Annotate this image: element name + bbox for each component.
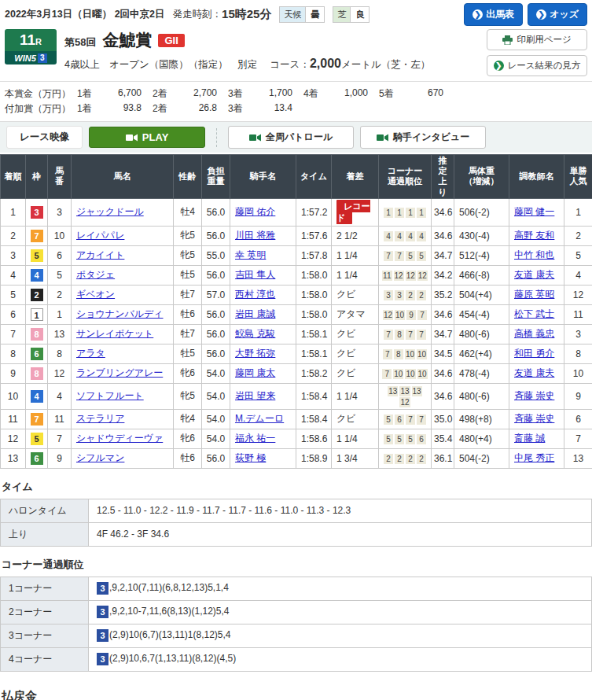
corner-position-chip: 12 <box>417 271 428 281</box>
jockey-link[interactable]: 岩田 望来 <box>235 390 275 401</box>
horse-name-link[interactable]: レイパパレ <box>76 230 124 241</box>
corner-order-text: (2,9)10,6,7(1,13,11)(8,12)(4,5) <box>109 653 236 664</box>
sex-age: 牝5 <box>174 383 202 409</box>
horse-name-link[interactable]: ランブリングアレー <box>76 367 163 378</box>
jockey-cell: M.デムーロ <box>230 409 296 429</box>
jockey-link[interactable]: 川田 将雅 <box>235 230 275 241</box>
time-table: ハロンタイム12.5 - 11.0 - 12.2 - 11.9 - 11.7 -… <box>0 499 592 547</box>
win-popularity: 12 <box>564 285 592 304</box>
horse-name-link[interactable]: ジャックドール <box>76 206 144 217</box>
horse-name-link[interactable]: ギベオン <box>76 289 115 300</box>
entry-table-button[interactable]: ❯出馬表 <box>464 3 523 26</box>
horse-name-link[interactable]: シャドウディーヴァ <box>76 433 163 444</box>
corner-positions-cell: 2222 <box>379 448 432 468</box>
corner-position-chip: 12 <box>399 397 410 407</box>
frame-number-badge: 5 <box>31 249 43 262</box>
result-guide-button[interactable]: ❯ レース結果の見方 <box>487 55 587 76</box>
play-button[interactable]: PLAY <box>89 127 205 148</box>
horse-name-link[interactable]: アカイイト <box>76 249 124 260</box>
patrol-video-button[interactable]: 全周パトロール <box>228 126 354 149</box>
corner-positions-cell: 121097 <box>379 304 432 324</box>
jockey-link[interactable]: 大野 拓弥 <box>235 348 275 359</box>
frame-cell: 5 <box>26 245 48 265</box>
frame-number-badge: 3 <box>31 206 43 219</box>
trainer-link[interactable]: 藤岡 健一 <box>514 206 554 217</box>
jockey-link[interactable]: 藤岡 康太 <box>235 367 275 378</box>
horse-name-link[interactable]: シフルマン <box>76 452 124 463</box>
jockey-cell: 福永 祐一 <box>230 429 296 448</box>
frame-cell: 6 <box>26 344 48 363</box>
trainer-cell: 友道 康夫 <box>509 363 564 383</box>
print-page-button[interactable]: 印刷用ページ <box>487 29 587 50</box>
corner-position-chip: 12 <box>383 310 393 320</box>
body-weight: 480(-6) <box>454 324 509 344</box>
time-row-label: ハロンタイム <box>1 499 89 522</box>
jockey-link[interactable]: 幸 英明 <box>235 249 266 260</box>
jockey-link[interactable]: 福永 祐一 <box>235 433 275 444</box>
corner-position-chip: 7 <box>384 330 393 340</box>
horse-name-cell: サンレイポケット <box>72 324 174 344</box>
top-actions: ❯出馬表 ❯オッズ <box>464 3 587 26</box>
trainer-link[interactable]: 斎藤 誠 <box>514 433 545 444</box>
jockey-interview-button[interactable]: 騎手インタビュー <box>360 126 486 149</box>
win5-logo: WIN5 3 <box>5 51 57 64</box>
horse-name-link[interactable]: サンレイポケット <box>76 328 153 339</box>
entry-table-label: 出馬表 <box>486 8 514 21</box>
win-popularity: 11 <box>564 304 592 324</box>
race-number: 11R <box>5 29 57 51</box>
race-number-block: 11R WIN5 3 <box>5 29 57 76</box>
trainer-link[interactable]: 和田 勇介 <box>514 348 554 359</box>
trainer-link[interactable]: 高橋 義忠 <box>514 328 554 339</box>
result-row: 2710レイパパレ牝556.0川田 将雅1:57.62 1/2444434.64… <box>1 226 592 245</box>
trainer-cell: 松下 武士 <box>509 304 564 324</box>
corner-position-chip: 7 <box>384 251 393 261</box>
jockey-link[interactable]: 藤岡 佑介 <box>235 206 275 217</box>
odds-button[interactable]: ❯オッズ <box>528 3 587 26</box>
trainer-link[interactable]: 友道 康夫 <box>514 269 554 280</box>
results-header-row: 着順枠馬 番馬名性齢負担 重量騎手名タイム着差コーナー 通過順位推 定 上 り馬… <box>1 155 592 199</box>
jockey-cell: 荻野 極 <box>230 448 296 468</box>
horse-name-link[interactable]: アラタ <box>76 348 105 359</box>
course-unit: メートル（芝・左） <box>341 59 430 70</box>
jockey-link[interactable]: 西村 淳也 <box>235 289 275 300</box>
finish-position: 6 <box>1 304 26 324</box>
margin-cell: 1 1/4 <box>332 429 379 448</box>
corner-position-chip: 2 <box>384 454 393 464</box>
margin-cell: 1 1/4 <box>332 245 379 265</box>
corner-positions-cell: 781010 <box>379 344 432 363</box>
jockey-link[interactable]: 鮫島 克駿 <box>235 328 275 339</box>
sex-age: 牡5 <box>174 265 202 285</box>
horse-name-link[interactable]: ショウナンバルディ <box>76 308 164 319</box>
corner-position-chip: 13 <box>412 386 422 396</box>
prize-amount: 1,000 <box>327 87 368 101</box>
main-prize-item: 3着1,700 <box>228 87 303 101</box>
trainer-link[interactable]: 友道 康夫 <box>514 367 554 378</box>
horse-name-link[interactable]: ステラリア <box>76 413 124 424</box>
corner-table: 1コーナー3,9,2,10(7,11)(6,8,12,13)5,1,42コーナー… <box>0 577 592 672</box>
horse-number: 4 <box>48 383 72 409</box>
arrow-circle-icon: ❯ <box>494 61 504 71</box>
trainer-link[interactable]: 斉藤 崇史 <box>514 413 554 424</box>
horse-name-link[interactable]: ポタジェ <box>76 269 115 280</box>
corner-positions-cell: 7101010 <box>379 363 432 383</box>
jockey-link[interactable]: 岩田 康誠 <box>235 308 275 319</box>
win-popularity: 1 <box>564 198 592 226</box>
leader-horse-chip: 3 <box>97 606 108 618</box>
horse-name-link[interactable]: ソフトフルート <box>76 390 144 401</box>
time-cell: 1:58.4 <box>296 383 332 409</box>
trainer-link[interactable]: 中尾 秀正 <box>514 452 554 463</box>
trainer-link[interactable]: 松下 武士 <box>514 308 554 319</box>
column-header: 枠 <box>26 155 48 199</box>
margin-cell: 1 1/4 <box>332 383 379 409</box>
trainer-link[interactable]: 中竹 和也 <box>514 249 554 260</box>
jockey-link[interactable]: M.デムーロ <box>235 413 284 424</box>
jockey-link[interactable]: 荻野 極 <box>235 452 266 463</box>
corner-position-chip: 7 <box>417 310 427 320</box>
side-buttons: 印刷用ページ ❯ レース結果の見方 <box>487 29 587 76</box>
trainer-link[interactable]: 斉藤 崇史 <box>514 390 554 401</box>
trainer-link[interactable]: 高野 友和 <box>514 230 554 241</box>
jockey-link[interactable]: 吉田 隼人 <box>235 269 275 280</box>
trainer-link[interactable]: 藤原 英昭 <box>514 289 554 300</box>
estimated-last-3f: 35.0 <box>432 409 454 429</box>
column-header: タイム <box>296 155 332 199</box>
